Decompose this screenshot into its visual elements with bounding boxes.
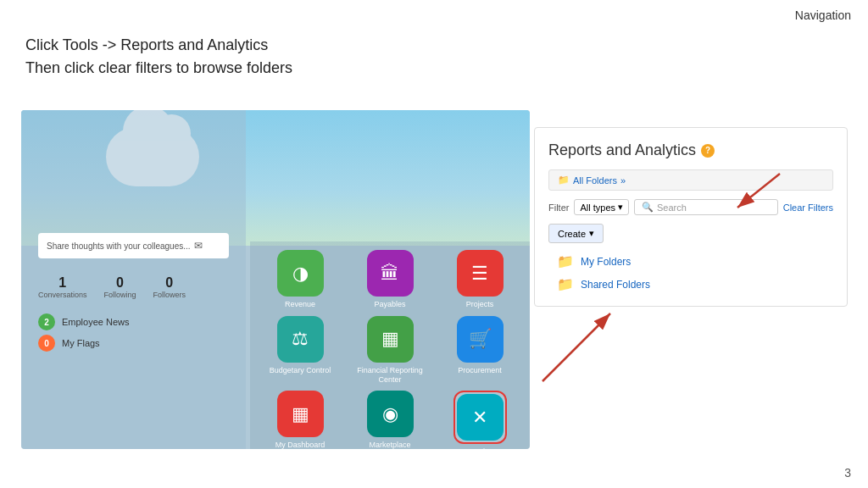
shared-folders-label: Shared Folders (581, 279, 650, 291)
create-button[interactable]: Create ▾ (548, 224, 604, 243)
conversations-label: Conversations (38, 291, 87, 299)
arrow-clear-filters (729, 165, 797, 236)
my-folders-item[interactable]: 📁 My Folders (557, 253, 833, 269)
reports-panel: Reports and Analytics ? 📁 All Folders » … (534, 127, 848, 307)
shared-folders-item[interactable]: 📁 Shared Folders (557, 276, 833, 292)
app-label-marketplace: Marketplace (369, 441, 410, 449)
app-tile-revenue[interactable]: ◑Revenue (259, 250, 342, 309)
app-label-revenue: Revenue (285, 300, 315, 309)
app-label-projects: Projects (466, 300, 494, 309)
help-icon[interactable]: ? (701, 144, 715, 158)
followers-count: 0 (153, 275, 186, 291)
reports-title-text: Reports and Analytics (548, 141, 696, 159)
app-tile-marketplace[interactable]: ◉Marketplace (348, 391, 431, 449)
app-label-procurement: Procurement (458, 366, 502, 375)
navigation-label: Navigation (795, 8, 851, 22)
app-grid: ◑Revenue🏛Payables☰Projects⚖Budgetary Con… (259, 250, 521, 449)
app-tile-budgetary-control[interactable]: ⚖Budgetary Control (259, 316, 342, 385)
my-flags-item[interactable]: 0 My Flags (38, 335, 100, 352)
app-icon-marketplace: ◉ (367, 391, 414, 437)
app-icon-my-dashboard: ▦ (277, 391, 324, 437)
app-tile-tools[interactable]: ✕Tools (438, 391, 521, 449)
shared-folders-icon: 📁 (557, 276, 574, 292)
employee-news-badge: 2 (38, 313, 55, 330)
app-tile-procurement[interactable]: 🛒Procurement (438, 316, 521, 385)
search-placeholder: Search (657, 202, 687, 213)
my-folders-icon: 📁 (557, 253, 574, 269)
stats-row: 1 Conversations 0 Following 0 Followers (38, 275, 186, 299)
app-label-tools: Tools (470, 447, 488, 449)
app-label-financial-reporting-center: Financial Reporting Center (348, 366, 431, 385)
filter-type-select[interactable]: All types ▾ (574, 199, 629, 215)
page-number: 3 (844, 466, 851, 480)
breadcrumb-arrows: » (620, 175, 626, 186)
instruction-block: Click Tools -> Reports and Analytics The… (25, 34, 292, 80)
filter-label: Filter (548, 202, 569, 213)
chevron-down-icon: ▾ (618, 202, 623, 213)
my-folders-label: My Folders (581, 256, 631, 268)
folder-list: 📁 My Folders 📁 Shared Folders (548, 253, 833, 292)
social-icon: ✉ (194, 240, 203, 252)
app-icon-financial-reporting-center: ▦ (367, 316, 414, 363)
following-label: Following (104, 291, 136, 299)
employee-news-label: Employee News (62, 317, 129, 327)
svg-line-3 (542, 313, 610, 381)
app-icon-procurement: 🛒 (457, 316, 504, 363)
instruction-line1: Click Tools -> Reports and Analytics (25, 34, 292, 57)
social-bar[interactable]: Share thoughts with your colleagues... ✉ (38, 233, 229, 258)
app-icon-revenue: ◑ (277, 250, 324, 297)
app-tile-my-dashboard[interactable]: ▦My Dashboard (259, 391, 342, 449)
followers-label: Followers (153, 291, 186, 299)
app-tile-projects[interactable]: ☰Projects (438, 250, 521, 309)
create-chevron-icon: ▾ (589, 228, 594, 239)
following-count: 0 (104, 275, 136, 291)
arrow-shared-folders (526, 297, 627, 402)
my-flags-badge: 0 (38, 335, 55, 352)
app-tile-payables[interactable]: 🏛Payables (348, 250, 431, 309)
instruction-line2: Then click clear filters to browse folde… (25, 57, 292, 80)
breadcrumb-text: All Folders (573, 175, 617, 186)
my-flags-label: My Flags (62, 338, 100, 348)
app-icon-budgetary-control: ⚖ (277, 316, 324, 363)
reports-title: Reports and Analytics ? (548, 141, 833, 159)
conversations-count: 1 (38, 275, 87, 291)
create-label: Create (558, 229, 586, 239)
app-label-budgetary-control: Budgetary Control (270, 366, 331, 375)
app-grid-area: ◑Revenue🏛Payables☰Projects⚖Budgetary Con… (250, 241, 530, 449)
svg-line-1 (737, 174, 780, 208)
app-icon-tools: ✕ (457, 394, 504, 441)
screenshot-container: Share thoughts with your colleagues... ✉… (21, 110, 530, 449)
social-placeholder-text: Share thoughts with your colleagues... (47, 241, 191, 251)
employee-news-item[interactable]: 2 Employee News (38, 313, 129, 330)
search-icon: 🔍 (642, 202, 654, 213)
left-panel: Share thoughts with your colleagues... ✉… (21, 110, 246, 449)
filter-type-label: All types (580, 202, 615, 213)
app-icon-payables: 🏛 (367, 250, 414, 297)
app-label-payables: Payables (374, 300, 405, 309)
app-tile-financial-reporting-center[interactable]: ▦Financial Reporting Center (348, 316, 431, 385)
stat-followers: 0 Followers (153, 275, 186, 299)
folder-icon-breadcrumb: 📁 (558, 175, 570, 186)
stat-following: 0 Following (104, 275, 136, 299)
app-label-my-dashboard: My Dashboard (275, 441, 326, 449)
stat-conversations: 1 Conversations (38, 275, 87, 299)
app-icon-projects: ☰ (457, 250, 504, 297)
